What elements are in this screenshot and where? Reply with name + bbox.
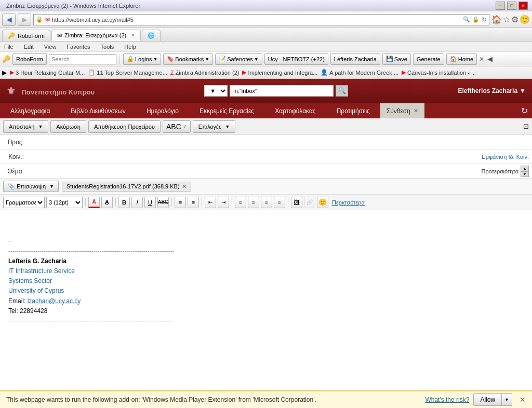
- nav-item-calendar[interactable]: Ημερολόγιο: [136, 103, 189, 118]
- spell-check-button[interactable]: ABC ✓: [163, 120, 191, 133]
- unordered-list-button[interactable]: ≡: [175, 197, 186, 208]
- nav-item-preferences[interactable]: Προτιμήσεις: [326, 103, 380, 118]
- highlight-color-button[interactable]: A̲: [101, 197, 113, 208]
- insert-link-button[interactable]: 🔗: [304, 197, 315, 208]
- save-toolbar-button[interactable]: 💾 Save: [382, 53, 411, 65]
- tab-close-icon[interactable]: ✕: [131, 33, 135, 38]
- bcc-toggle[interactable]: Εμφάνιση Ιδ. Κοιν.: [482, 154, 529, 160]
- send-arrow-icon[interactable]: ▼: [38, 124, 43, 129]
- fav-item-1[interactable]: ▶ 3 Hour Relaxing Guitar M...: [10, 69, 85, 76]
- tab-roboform[interactable]: 🔑 RoboForm: [2, 30, 50, 41]
- attach-label: Επισύναψη: [17, 183, 46, 189]
- sig-email-link[interactable]: lzachari@ucy.ac.cy: [28, 297, 81, 305]
- user-dropdown-icon[interactable]: ▼: [520, 87, 526, 94]
- font-family-select[interactable]: Γραμματοσειρ...: [3, 197, 45, 208]
- fav-item-5[interactable]: 👤 A path for Modern Greek ...: [321, 69, 398, 76]
- zimbra-search-scope[interactable]: ▼: [204, 85, 228, 97]
- minimize-button[interactable]: −: [496, 2, 505, 10]
- compose-body[interactable]: -- -------------------------------------…: [0, 210, 532, 408]
- align-left-button[interactable]: ≡: [235, 197, 246, 208]
- attachment-remove-icon[interactable]: ✕: [182, 183, 187, 190]
- settings-icon[interactable]: ⚙: [511, 15, 518, 24]
- font-size-select[interactable]: 3 (12pt): [46, 197, 83, 208]
- refresh-icon[interactable]: ↻: [482, 16, 487, 23]
- bookmarks-button[interactable]: 🔖 Bookmarks ▼: [163, 53, 213, 65]
- notification-close-icon[interactable]: ✕: [520, 396, 526, 404]
- align-right-button[interactable]: ≡: [261, 197, 272, 208]
- align-center-button[interactable]: ≡: [248, 197, 259, 208]
- menu-edit[interactable]: Edit: [22, 43, 36, 51]
- tab-zimbra[interactable]: ✉ Zimbra: Εισερχόμενα (2) ✕: [51, 30, 141, 41]
- nav-tab-compose[interactable]: Σύνθεση ✕: [380, 103, 424, 118]
- font-color-button[interactable]: A: [88, 197, 100, 208]
- fav-item-2[interactable]: 📋 11 Top Server Manageme...: [88, 69, 167, 76]
- nav-item-tasks[interactable]: Εκκρεμείς Εργασίες: [189, 103, 264, 118]
- maximize-compose-icon[interactable]: ⊡: [523, 123, 529, 130]
- lock-icon: 🔒: [472, 16, 480, 23]
- zimbra-search-input[interactable]: [230, 85, 334, 97]
- allow-button[interactable]: Allow: [474, 394, 502, 405]
- strikethrough-button[interactable]: ABC: [157, 197, 169, 208]
- close-button[interactable]: ✕: [518, 2, 528, 10]
- logins-button[interactable]: 🔒 Logins ▼: [123, 53, 161, 65]
- cc-input[interactable]: [28, 151, 477, 162]
- priority-down-button[interactable]: ▼: [521, 171, 529, 177]
- indent-button[interactable]: ⇥: [218, 197, 229, 208]
- allow-dropdown-arrow-icon[interactable]: ▼: [502, 394, 512, 405]
- menu-favorites[interactable]: Favorites: [64, 43, 92, 51]
- maximize-button[interactable]: □: [507, 2, 516, 10]
- menu-help[interactable]: Help: [122, 43, 138, 51]
- zimbra-search-button[interactable]: 🔍: [336, 85, 348, 97]
- nav-item-contacts[interactable]: Βιβλίο Διευθύνσεων: [60, 103, 136, 118]
- save-draft-button[interactable]: Αποθήκευση Προχείρου: [88, 120, 161, 133]
- attach-arrow-icon[interactable]: ▼: [49, 184, 54, 189]
- roboform-search[interactable]: [49, 54, 116, 64]
- ordered-list-button[interactable]: ≡: [188, 197, 199, 208]
- nav-tab-compose-close-icon[interactable]: ✕: [414, 107, 418, 114]
- menu-file[interactable]: File: [2, 43, 16, 51]
- home-toolbar-button[interactable]: 🏠 Home: [446, 53, 477, 65]
- menu-tools[interactable]: Tools: [99, 43, 116, 51]
- address-bar[interactable]: 🔒 ✉ https://webmail.ucy.ac.cy/mail#5 🔍 🔒…: [33, 14, 489, 25]
- to-input[interactable]: [28, 137, 529, 148]
- ucy-button[interactable]: Ucy - NETBOTZ (+22): [264, 53, 328, 65]
- fav-item-4[interactable]: ▶ Implementing and Integra...: [242, 69, 317, 76]
- bold-button[interactable]: B: [118, 197, 130, 208]
- format-sep-5: [232, 198, 232, 207]
- toolbar-close-icon[interactable]: ✕: [479, 56, 484, 63]
- back-button[interactable]: ◀: [2, 13, 16, 26]
- cancel-button[interactable]: Ακύρωση: [50, 120, 86, 133]
- nav-item-mail[interactable]: Αλληλογραφία: [0, 103, 60, 118]
- outdent-button[interactable]: ⇤: [205, 197, 216, 208]
- refresh-zimbra-icon[interactable]: ↻: [521, 106, 528, 116]
- generate-button[interactable]: Generate: [413, 53, 444, 65]
- options-button[interactable]: Επιλογές ▼: [193, 120, 235, 133]
- send-button[interactable]: Αποστολή ▼: [3, 120, 48, 133]
- options-arrow-icon[interactable]: ▼: [225, 124, 230, 129]
- toolbar-extra-icon[interactable]: ◀: [487, 55, 493, 63]
- smiley-icon[interactable]: 🙂: [520, 15, 530, 24]
- format-more-link[interactable]: Περισσότερα: [332, 199, 365, 206]
- roboform-button[interactable]: RoboForm: [12, 53, 47, 65]
- safenotes-button[interactable]: 📝 Safenotes ▼: [215, 53, 262, 65]
- fav-item-6[interactable]: ▶ Canvas-lms installation - ...: [402, 69, 476, 76]
- compose-body-content[interactable]: -- -------------------------------------…: [8, 216, 524, 326]
- forward-button[interactable]: ▶: [18, 13, 31, 26]
- whats-risk-link[interactable]: What's the risk?: [425, 396, 469, 403]
- underline-button[interactable]: U: [144, 197, 156, 208]
- fav-item-3[interactable]: Z Zimbra Administration (2): [170, 70, 240, 76]
- home-icon[interactable]: 🏠: [491, 15, 502, 24]
- to-label: Προς:: [3, 139, 28, 146]
- priority-up-button[interactable]: ▲: [521, 166, 529, 171]
- lefteris-button[interactable]: Lefteris Zacharia: [330, 53, 380, 65]
- emoji-button[interactable]: 🙂: [317, 197, 328, 208]
- tab-extra[interactable]: 🌐: [142, 30, 161, 41]
- favorites-icon[interactable]: ☆: [503, 15, 510, 24]
- subject-input[interactable]: [28, 166, 478, 177]
- nav-item-briefcase[interactable]: Χαρτοφύλακας: [264, 103, 326, 118]
- insert-image-button[interactable]: 🖼: [291, 197, 302, 208]
- align-justify-button[interactable]: ≡: [274, 197, 285, 208]
- italic-button[interactable]: I: [131, 197, 143, 208]
- attach-button[interactable]: 📎 Επισύναψη ▼: [3, 181, 59, 192]
- menu-view[interactable]: View: [42, 43, 59, 51]
